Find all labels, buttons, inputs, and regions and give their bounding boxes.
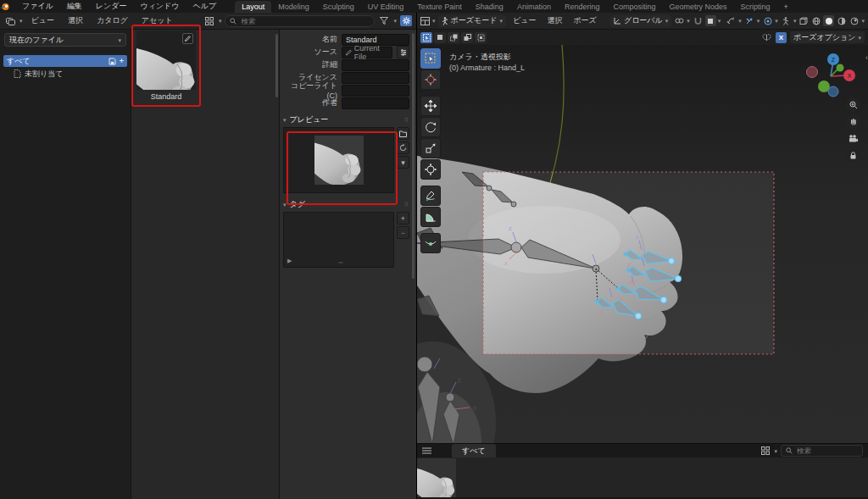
tags-resize-grip[interactable]: ═ (339, 259, 344, 265)
mirror-butterfly-icon[interactable] (761, 32, 772, 43)
edit-asset-icon[interactable] (182, 33, 193, 44)
lock-icon[interactable] (846, 148, 860, 163)
shading-rendered-icon[interactable] (849, 15, 860, 26)
pan-hand-icon[interactable] (846, 114, 860, 129)
menu-window[interactable]: ウィンドウ (133, 1, 186, 12)
ab-menu-asset[interactable]: アセット (136, 15, 178, 26)
asset-thumbnail[interactable]: •⁖•○ (136, 30, 196, 90)
display-mode-chevron-icon[interactable]: ▾ (219, 18, 222, 24)
shading-solid-icon[interactable] (823, 15, 834, 26)
ab-menu-catalog[interactable]: カタログ (92, 15, 133, 26)
asset-search[interactable] (225, 15, 375, 27)
menu-render[interactable]: レンダー (89, 1, 134, 12)
ab-menu-view[interactable]: ビュー (26, 15, 59, 26)
tab-texture-paint[interactable]: Texture Paint (410, 1, 469, 13)
filter-icon[interactable] (378, 15, 390, 26)
camera-view-icon[interactable] (846, 131, 860, 146)
ab-menu-select[interactable]: 選択 (63, 15, 88, 26)
tab-animation[interactable]: Animation (510, 1, 558, 13)
tool-rotate[interactable] (420, 117, 441, 137)
editor-type-chevron-icon[interactable]: ▾ (19, 18, 23, 24)
shelf-search-input[interactable] (795, 446, 858, 456)
tool-pose-breakdowner[interactable] (420, 233, 441, 253)
section-collapse-icon[interactable]: ▾ (283, 117, 287, 123)
toggle-xray-icon[interactable] (798, 15, 808, 26)
gizmo-neg-x-axis[interactable] (807, 67, 818, 78)
tab-uv-editing[interactable]: UV Editing (361, 1, 411, 13)
transform-orientation-dropdown[interactable]: グローバル▾ (610, 15, 671, 27)
menu-help[interactable]: ヘルプ (186, 1, 224, 12)
tool-transform[interactable] (420, 159, 441, 180)
shelf-tab-all[interactable]: すべて (452, 444, 496, 457)
add-tag-button[interactable]: + (397, 212, 409, 225)
snap-magnet-icon[interactable] (693, 15, 704, 26)
tool-move[interactable] (420, 96, 441, 116)
vp-menu-select[interactable]: 選択 (542, 15, 566, 26)
add-workspace-button[interactable]: + (777, 1, 795, 13)
shading-material-icon[interactable] (836, 15, 847, 26)
select-mode-subtract-icon[interactable] (461, 32, 473, 43)
tab-layout[interactable]: Layout (235, 1, 271, 13)
asset-grid-scrollbar[interactable] (275, 34, 278, 97)
display-mode-icon[interactable] (203, 15, 215, 26)
select-mode-new-icon[interactable] (434, 32, 446, 43)
vp-menu-view[interactable]: ビュー (509, 15, 540, 26)
search-input[interactable] (239, 16, 370, 26)
shelf-asset-thumbnail[interactable] (417, 458, 456, 497)
tab-geometry-nodes[interactable]: Geometry Nodes (662, 1, 733, 13)
pose-options-dropdown[interactable]: ポーズオプション▾ (790, 31, 865, 43)
tab-rendering[interactable]: Rendering (558, 1, 607, 13)
shelf-display-mode-icon[interactable] (760, 446, 771, 457)
tags-section-header[interactable]: ▾ タグ ⠿ (283, 199, 409, 210)
tab-sculpting[interactable]: Sculpting (316, 1, 361, 13)
preview-section-header[interactable]: ▾ プレビュー ⠿ (283, 114, 409, 125)
vp-menu-pose[interactable]: ポーズ (569, 15, 600, 26)
remove-tag-button[interactable]: − (397, 226, 409, 239)
menu-file[interactable]: ファイル (15, 1, 60, 12)
tab-modeling[interactable]: Modeling (271, 1, 316, 13)
shading-wireframe-icon[interactable] (810, 15, 821, 26)
proportional-editing-icon[interactable] (705, 15, 716, 26)
tab-scripting[interactable]: Scripting (734, 1, 777, 13)
viewport-canvas[interactable]: Z Z X Z X (417, 45, 868, 443)
tags-filter-icon[interactable]: ▶ (287, 258, 292, 264)
tab-compositing[interactable]: Compositing (606, 1, 662, 13)
tool-select-box[interactable] (420, 48, 441, 69)
select-mode-set-icon[interactable] (420, 32, 432, 43)
tab-shading[interactable]: Shading (469, 1, 510, 13)
snap-chevron-icon[interactable]: ▾ (687, 18, 690, 24)
shading-chevron-icon[interactable]: ▾ (861, 18, 865, 24)
tool-cursor[interactable] (420, 69, 441, 90)
tool-scale[interactable] (420, 138, 441, 158)
object-visibility-icon[interactable] (726, 15, 737, 26)
editor-type-icon[interactable] (4, 15, 16, 26)
tool-annotate[interactable] (420, 186, 441, 206)
asset-tile-standard[interactable]: •⁖•○ Standard (136, 30, 196, 101)
add-catalog-icon[interactable]: + (120, 57, 124, 65)
details-scrollbar[interactable] (412, 33, 415, 279)
mode-dropdown[interactable]: ポーズモード▾ (438, 15, 506, 27)
gizmo-neg-z-axis[interactable] (828, 86, 838, 97)
source-options-icon[interactable] (397, 46, 409, 58)
proportional-chevron-icon[interactable]: ▾ (718, 18, 721, 24)
xray-pose-icon[interactable] (781, 15, 792, 26)
snap-target-icon[interactable] (674, 15, 685, 26)
catalog-item-all[interactable]: すべて + (3, 55, 127, 67)
select-mode-intersect-icon[interactable] (475, 32, 487, 43)
shelf-menu-icon[interactable] (422, 447, 431, 454)
overlays-toggle-icon[interactable] (762, 15, 773, 26)
select-mode-extend-icon[interactable] (448, 32, 459, 43)
asset-source-dropdown[interactable]: 現在のファイル▾ (4, 33, 126, 47)
gizmo-y-axis[interactable] (837, 64, 844, 72)
section-collapse-icon[interactable]: ▾ (283, 202, 287, 208)
filter-chevron-icon[interactable]: ▾ (393, 18, 397, 24)
blender-logo-icon[interactable] (0, 3, 15, 11)
save-catalog-icon[interactable] (108, 58, 116, 65)
tool-measure[interactable] (420, 207, 441, 227)
shelf-search[interactable] (781, 445, 863, 457)
copyright-field[interactable] (342, 85, 409, 97)
mirror-x-toggle[interactable]: X (776, 32, 787, 43)
settings-gear-icon[interactable] (400, 15, 412, 26)
preview-more-chevron-icon[interactable]: ▾ (397, 156, 409, 169)
license-field[interactable] (342, 72, 409, 84)
